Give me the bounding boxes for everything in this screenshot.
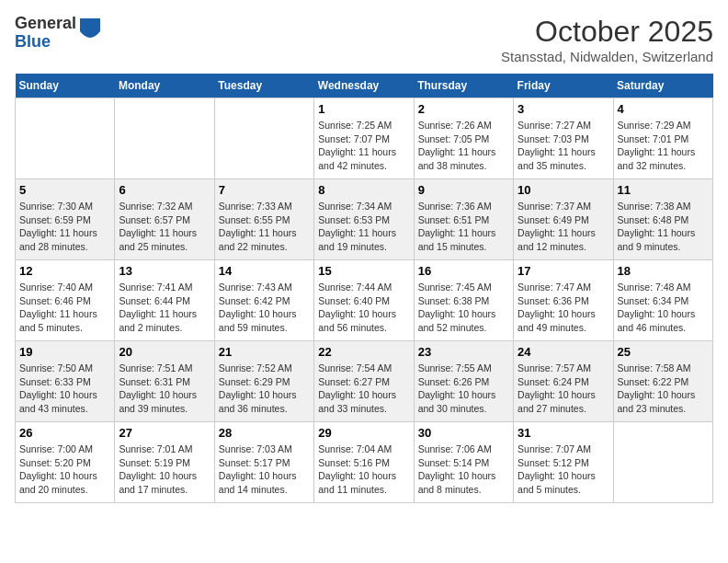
calendar-week-row: 12Sunrise: 7:40 AMSunset: 6:46 PMDayligh… <box>16 260 713 341</box>
weekday-header: Saturday <box>613 74 712 98</box>
weekday-header: Sunday <box>16 74 115 98</box>
day-info: Sunrise: 7:34 AMSunset: 6:53 PMDaylight:… <box>318 200 409 254</box>
day-info: Sunrise: 7:26 AMSunset: 7:05 PMDaylight:… <box>418 119 509 173</box>
day-number: 9 <box>418 183 509 197</box>
day-info: Sunrise: 7:58 AMSunset: 6:22 PMDaylight:… <box>618 362 709 416</box>
weekday-header-row: SundayMondayTuesdayWednesdayThursdayFrid… <box>16 74 713 98</box>
weekday-header: Wednesday <box>314 74 414 98</box>
calendar-cell: 12Sunrise: 7:40 AMSunset: 6:46 PMDayligh… <box>16 260 115 341</box>
day-number: 6 <box>119 183 210 197</box>
logo-blue: Blue <box>15 33 76 52</box>
day-number: 20 <box>119 345 210 359</box>
day-number: 28 <box>219 426 310 440</box>
day-number: 31 <box>518 426 609 440</box>
calendar-cell: 31Sunrise: 7:07 AMSunset: 5:12 PMDayligh… <box>514 422 613 503</box>
calendar-cell: 2Sunrise: 7:26 AMSunset: 7:05 PMDaylight… <box>414 98 513 179</box>
calendar-cell: 22Sunrise: 7:54 AMSunset: 6:27 PMDayligh… <box>314 341 414 422</box>
day-number: 12 <box>19 264 110 278</box>
calendar-cell: 16Sunrise: 7:45 AMSunset: 6:38 PMDayligh… <box>414 260 513 341</box>
title-block: October 2025 Stansstad, Nidwalden, Switz… <box>501 15 713 64</box>
day-number: 14 <box>219 264 310 278</box>
day-number: 17 <box>518 264 609 278</box>
day-number: 30 <box>418 426 509 440</box>
logo-icon <box>80 18 100 44</box>
calendar-cell: 4Sunrise: 7:29 AMSunset: 7:01 PMDaylight… <box>613 98 712 179</box>
day-number: 2 <box>418 102 509 116</box>
day-number: 13 <box>119 264 210 278</box>
day-info: Sunrise: 7:50 AMSunset: 6:33 PMDaylight:… <box>19 362 110 416</box>
day-number: 16 <box>418 264 509 278</box>
location: Stansstad, Nidwalden, Switzerland <box>501 49 713 64</box>
calendar-cell: 30Sunrise: 7:06 AMSunset: 5:14 PMDayligh… <box>414 422 513 503</box>
calendar-cell: 25Sunrise: 7:58 AMSunset: 6:22 PMDayligh… <box>613 341 712 422</box>
calendar-cell: 19Sunrise: 7:50 AMSunset: 6:33 PMDayligh… <box>16 341 115 422</box>
page-header: General Blue October 2025 Stansstad, Nid… <box>15 15 713 64</box>
calendar-cell: 5Sunrise: 7:30 AMSunset: 6:59 PMDaylight… <box>16 179 115 260</box>
calendar-cell: 11Sunrise: 7:38 AMSunset: 6:48 PMDayligh… <box>613 179 712 260</box>
calendar-cell: 28Sunrise: 7:03 AMSunset: 5:17 PMDayligh… <box>214 422 313 503</box>
calendar-cell: 6Sunrise: 7:32 AMSunset: 6:57 PMDaylight… <box>115 179 214 260</box>
logo: General Blue <box>15 15 100 52</box>
day-number: 24 <box>518 345 609 359</box>
day-info: Sunrise: 7:04 AMSunset: 5:16 PMDaylight:… <box>318 442 409 497</box>
day-info: Sunrise: 7:38 AMSunset: 6:48 PMDaylight:… <box>618 200 709 254</box>
weekday-header: Friday <box>514 74 613 98</box>
month-title: October 2025 <box>501 15 713 49</box>
calendar-week-row: 5Sunrise: 7:30 AMSunset: 6:59 PMDaylight… <box>16 179 713 260</box>
day-info: Sunrise: 7:54 AMSunset: 6:27 PMDaylight:… <box>318 362 409 416</box>
day-info: Sunrise: 7:00 AMSunset: 5:20 PMDaylight:… <box>19 442 110 497</box>
day-info: Sunrise: 7:01 AMSunset: 5:19 PMDaylight:… <box>119 442 210 497</box>
day-info: Sunrise: 7:52 AMSunset: 6:29 PMDaylight:… <box>219 362 310 416</box>
day-number: 8 <box>318 183 409 197</box>
day-number: 10 <box>518 183 609 197</box>
day-info: Sunrise: 7:29 AMSunset: 7:01 PMDaylight:… <box>618 119 709 173</box>
day-number: 5 <box>19 183 110 197</box>
calendar-cell: 13Sunrise: 7:41 AMSunset: 6:44 PMDayligh… <box>115 260 214 341</box>
calendar-week-row: 26Sunrise: 7:00 AMSunset: 5:20 PMDayligh… <box>16 422 713 503</box>
day-number: 27 <box>119 426 210 440</box>
day-info: Sunrise: 7:40 AMSunset: 6:46 PMDaylight:… <box>19 281 110 335</box>
calendar-cell <box>214 98 313 179</box>
calendar-cell: 27Sunrise: 7:01 AMSunset: 5:19 PMDayligh… <box>115 422 214 503</box>
day-info: Sunrise: 7:47 AMSunset: 6:36 PMDaylight:… <box>518 281 609 335</box>
day-info: Sunrise: 7:36 AMSunset: 6:51 PMDaylight:… <box>418 200 509 254</box>
calendar-cell <box>115 98 214 179</box>
day-info: Sunrise: 7:06 AMSunset: 5:14 PMDaylight:… <box>418 442 509 497</box>
calendar-cell: 10Sunrise: 7:37 AMSunset: 6:49 PMDayligh… <box>514 179 613 260</box>
day-number: 29 <box>318 426 409 440</box>
day-number: 23 <box>418 345 509 359</box>
calendar-cell: 29Sunrise: 7:04 AMSunset: 5:16 PMDayligh… <box>314 422 414 503</box>
calendar-cell <box>613 422 712 503</box>
weekday-header: Thursday <box>414 74 513 98</box>
day-number: 26 <box>19 426 110 440</box>
calendar-week-row: 1Sunrise: 7:25 AMSunset: 7:07 PMDaylight… <box>16 98 713 179</box>
day-number: 4 <box>618 102 709 116</box>
calendar-cell <box>16 98 115 179</box>
weekday-header: Monday <box>115 74 214 98</box>
day-number: 25 <box>618 345 709 359</box>
day-info: Sunrise: 7:45 AMSunset: 6:38 PMDaylight:… <box>418 281 509 335</box>
calendar-cell: 8Sunrise: 7:34 AMSunset: 6:53 PMDaylight… <box>314 179 414 260</box>
calendar-cell: 9Sunrise: 7:36 AMSunset: 6:51 PMDaylight… <box>414 179 513 260</box>
calendar-week-row: 19Sunrise: 7:50 AMSunset: 6:33 PMDayligh… <box>16 341 713 422</box>
day-info: Sunrise: 7:25 AMSunset: 7:07 PMDaylight:… <box>318 119 409 173</box>
calendar-table: SundayMondayTuesdayWednesdayThursdayFrid… <box>15 74 713 503</box>
calendar-cell: 26Sunrise: 7:00 AMSunset: 5:20 PMDayligh… <box>16 422 115 503</box>
calendar-cell: 14Sunrise: 7:43 AMSunset: 6:42 PMDayligh… <box>214 260 313 341</box>
day-info: Sunrise: 7:32 AMSunset: 6:57 PMDaylight:… <box>119 200 210 254</box>
day-info: Sunrise: 7:48 AMSunset: 6:34 PMDaylight:… <box>618 281 709 335</box>
day-info: Sunrise: 7:44 AMSunset: 6:40 PMDaylight:… <box>318 281 409 335</box>
day-info: Sunrise: 7:37 AMSunset: 6:49 PMDaylight:… <box>518 200 609 254</box>
day-info: Sunrise: 7:30 AMSunset: 6:59 PMDaylight:… <box>19 200 110 254</box>
day-info: Sunrise: 7:41 AMSunset: 6:44 PMDaylight:… <box>119 281 210 335</box>
day-number: 15 <box>318 264 409 278</box>
day-info: Sunrise: 7:57 AMSunset: 6:24 PMDaylight:… <box>518 362 609 416</box>
calendar-cell: 1Sunrise: 7:25 AMSunset: 7:07 PMDaylight… <box>314 98 414 179</box>
day-number: 11 <box>618 183 709 197</box>
day-number: 22 <box>318 345 409 359</box>
logo-general: General <box>15 15 76 33</box>
calendar-cell: 21Sunrise: 7:52 AMSunset: 6:29 PMDayligh… <box>214 341 313 422</box>
day-info: Sunrise: 7:03 AMSunset: 5:17 PMDaylight:… <box>219 442 310 497</box>
day-number: 3 <box>518 102 609 116</box>
calendar-cell: 17Sunrise: 7:47 AMSunset: 6:36 PMDayligh… <box>514 260 613 341</box>
